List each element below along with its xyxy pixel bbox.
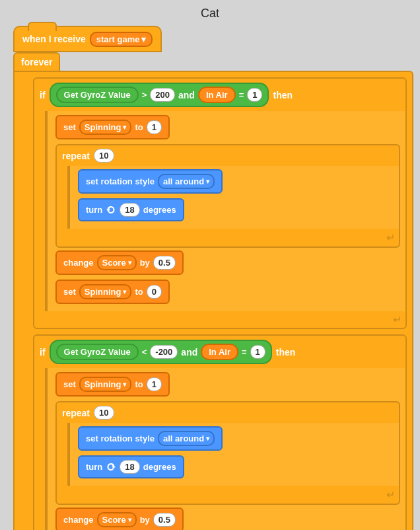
repeat-header-2: repeat 10 bbox=[57, 402, 399, 423]
turn-degrees-2[interactable]: 18 bbox=[120, 460, 139, 474]
spinning-val-1[interactable]: 1 bbox=[147, 120, 162, 134]
repeat-block-2: repeat 10 set rotation style all around … bbox=[55, 401, 400, 505]
change-score-row-1: change Score ▾ by 0.5 bbox=[55, 250, 400, 278]
repeat-footer-2: ↵ bbox=[57, 486, 399, 504]
change-score-2[interactable]: change Score ▾ by 0.5 bbox=[55, 508, 184, 530]
counterclockwise-icon bbox=[106, 205, 116, 215]
repeat-keyword-2: repeat bbox=[62, 408, 90, 418]
eq-2: = bbox=[242, 347, 247, 357]
if-header-2: if Get GyroZ Value < -200 and In Air = 1… bbox=[34, 336, 405, 368]
if-keyword-2: if bbox=[40, 347, 46, 358]
set-spinning-1-row-2: set Spinning ▾ to 1 bbox=[55, 372, 400, 399]
set-rotation-2[interactable]: set rotation style all around ▾ bbox=[78, 426, 223, 451]
repeat-block-1: repeat 10 set rotation style all around … bbox=[55, 144, 400, 248]
then-keyword-2: then bbox=[276, 347, 296, 358]
if-block-1: if Get GyroZ Value > 200 and In Air = 1 … bbox=[33, 77, 407, 329]
repeat-count-2[interactable]: 10 bbox=[94, 406, 114, 420]
event-dropdown[interactable]: start game ▾ bbox=[90, 32, 153, 47]
repeat-footer-1: ↵ bbox=[57, 229, 399, 246]
spinning-var2-1[interactable]: Spinning ▾ bbox=[79, 284, 132, 299]
turn-row-1: turn 18 degrees bbox=[78, 198, 395, 224]
operator-1: > bbox=[142, 90, 147, 100]
change-score-1[interactable]: change Score ▾ by 0.5 bbox=[55, 250, 184, 275]
value-200-1[interactable]: 200 bbox=[150, 88, 175, 102]
change-val-2[interactable]: 0.5 bbox=[153, 513, 176, 527]
turn-1[interactable]: turn 18 degrees bbox=[78, 198, 184, 221]
turn-degrees-1[interactable]: 18 bbox=[120, 203, 139, 217]
condition-2[interactable]: Get GyroZ Value < -200 and In Air = 1 bbox=[50, 340, 272, 364]
repeat-count-1[interactable]: 10 bbox=[94, 149, 114, 163]
gyro-reporter-2: Get GyroZ Value bbox=[56, 344, 139, 360]
turn-2[interactable]: turn 18 degrees bbox=[78, 455, 184, 478]
set-spinning-1[interactable]: set Spinning ▾ to 1 bbox=[55, 115, 170, 139]
if-block-2: if Get GyroZ Value < -200 and In Air = 1… bbox=[33, 334, 407, 530]
set-spinning-1-2[interactable]: set Spinning ▾ to 1 bbox=[55, 372, 170, 397]
turn-row-2: turn 18 degrees bbox=[78, 455, 395, 481]
repeat-header-1: repeat 10 bbox=[57, 145, 399, 166]
set-spinning-1-row: set Spinning ▾ to 1 bbox=[55, 115, 400, 142]
when-label: when I receive bbox=[22, 34, 86, 44]
set-spinning-0-row-1: set Spinning ▾ to 0 bbox=[55, 280, 400, 307]
set-rotation-row-2: set rotation style all around ▾ bbox=[78, 426, 395, 453]
in-air-reporter-1: In Air bbox=[198, 87, 236, 103]
and-keyword-2: and bbox=[181, 347, 197, 358]
clockwise-icon bbox=[106, 462, 116, 473]
val1-2[interactable]: 1 bbox=[250, 345, 265, 359]
spinning-val2-1[interactable]: 0 bbox=[147, 285, 162, 299]
spinning-var-2[interactable]: Spinning ▾ bbox=[79, 377, 132, 392]
set-rotation-row-1: set rotation style all around ▾ bbox=[78, 169, 395, 196]
if-keyword-1: if bbox=[40, 90, 46, 100]
gyro-reporter-1: Get GyroZ Value bbox=[56, 87, 139, 103]
score-var-1[interactable]: Score ▾ bbox=[97, 255, 137, 270]
change-val-1[interactable]: 0.5 bbox=[153, 256, 176, 270]
if-header-1: if Get GyroZ Value > 200 and In Air = 1 … bbox=[34, 79, 405, 111]
val1-1[interactable]: 1 bbox=[247, 88, 262, 102]
change-score-row-2: change Score ▾ by 0.5 bbox=[55, 508, 400, 530]
page-title: Cat bbox=[7, 7, 413, 20]
rotation-style-1[interactable]: all around ▾ bbox=[158, 174, 215, 189]
eq-1: = bbox=[239, 90, 244, 100]
condition-1[interactable]: Get GyroZ Value > 200 and In Air = 1 bbox=[50, 83, 269, 107]
forever-label: forever bbox=[13, 52, 60, 71]
rotation-style-2[interactable]: all around ▾ bbox=[158, 431, 215, 446]
hat-block[interactable]: when I receive start game ▾ bbox=[13, 26, 162, 52]
in-air-reporter-2: In Air bbox=[201, 344, 238, 360]
set-rotation-1[interactable]: set rotation style all around ▾ bbox=[78, 169, 223, 194]
and-keyword-1: and bbox=[178, 90, 195, 100]
score-var-2[interactable]: Score ▾ bbox=[97, 512, 137, 527]
spinning-val-2[interactable]: 1 bbox=[147, 377, 162, 391]
then-keyword-1: then bbox=[273, 90, 293, 100]
spinning-var-1[interactable]: Spinning ▾ bbox=[79, 120, 132, 135]
repeat-keyword-1: repeat bbox=[62, 151, 90, 161]
set-spinning-0-1[interactable]: set Spinning ▾ to 0 bbox=[55, 280, 170, 304]
value-200-2[interactable]: -200 bbox=[150, 345, 178, 359]
operator-2: < bbox=[142, 347, 147, 357]
